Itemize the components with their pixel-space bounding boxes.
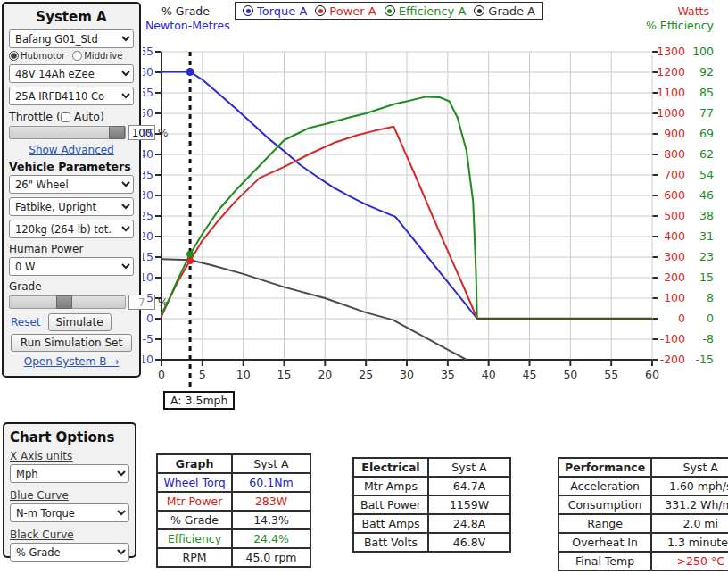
table-cell: Batt Power: [353, 495, 428, 514]
reset-link[interactable]: Reset: [11, 316, 41, 329]
left-tick-label: 20: [143, 229, 153, 243]
show-advanced-link[interactable]: Show Advanced: [9, 144, 134, 156]
efficiency-dot: [186, 251, 194, 258]
table-cell: Acceleration: [558, 477, 651, 495]
table-cell: Syst A: [428, 458, 510, 477]
table-row: Wheel Torq60.1Nm: [157, 473, 310, 492]
legend-item-efficiency[interactable]: Efficiency A: [385, 4, 467, 18]
watts-tick-label: 800: [664, 147, 685, 161]
x-axis-units-select[interactable]: Mph: [10, 464, 129, 483]
table-row: Batt Volts46.8V: [353, 533, 510, 552]
legend-item-torque[interactable]: Torque A: [243, 4, 307, 18]
x-tick-label: 50: [563, 368, 577, 381]
table-cell: Electrical: [353, 458, 428, 477]
throttle-label: Throttle ( Auto): [9, 110, 134, 123]
table-cell: Batt Volts: [353, 533, 428, 552]
system-a-panel: System A Bafang G01_Std Hubmotor Middriv…: [2, 2, 141, 378]
grade-label: Grade: [9, 280, 134, 293]
efficiency-tick-label: 31: [699, 229, 714, 243]
table-cell: Batt Amps: [353, 514, 428, 533]
middrive-radio[interactable]: Middrive: [72, 51, 122, 61]
grade-curve: [161, 259, 467, 360]
watts-tick-label: 100: [664, 291, 685, 304]
human-power-label: Human Power: [9, 243, 134, 255]
watts-tick-label: 1200: [657, 65, 685, 79]
table-row: Mtr Power283W: [157, 492, 310, 511]
watts-tick-label: 600: [664, 188, 685, 202]
watts-tick-label: 0: [678, 312, 685, 325]
table-cell: 1.60 mph/s: [651, 477, 728, 495]
simulate-button[interactable]: Simulate: [48, 313, 112, 331]
table-cell: Overheat In: [558, 533, 651, 552]
table-cell: Syst A: [232, 454, 310, 473]
table-row: Acceleration1.60 mph/s: [558, 477, 728, 495]
left-tick-label: 15: [143, 250, 153, 263]
weight-select[interactable]: 120kg (264 lb) tot.: [9, 220, 134, 238]
left-tick-label: 65: [143, 45, 153, 58]
watts-tick-label: -200: [660, 353, 685, 366]
x-tick-label: 35: [441, 368, 455, 381]
open-system-b-link[interactable]: Open System B →: [9, 355, 134, 368]
left-tick-label: 5: [146, 291, 153, 304]
x-tick-label: 45: [523, 368, 537, 381]
x-tick-label: 25: [359, 368, 373, 381]
blue-curve-select[interactable]: N-m Torque: [10, 503, 129, 522]
table-cell: 24.8A: [428, 514, 510, 533]
table-row: ElectricalSyst A: [353, 458, 510, 477]
middrive-radio-input[interactable]: [72, 51, 82, 61]
legend-item-power[interactable]: Power A: [315, 4, 376, 18]
left-tick-label: 35: [143, 168, 153, 181]
legend-label: Grade A: [488, 4, 535, 18]
left-tick-label: 40: [143, 147, 153, 161]
grade-radio-icon: [474, 5, 484, 16]
hubmotor-radio[interactable]: Hubmotor: [9, 51, 65, 61]
run-simulation-set-button[interactable]: Run Simulation Set: [11, 334, 132, 352]
table-cell: Efficiency: [157, 529, 232, 548]
blue-curve-label: Blue Curve: [10, 489, 129, 502]
watts-tick-label: 1000: [657, 106, 685, 120]
left-tick-label: 0: [146, 312, 153, 325]
left-tick-label: -10: [143, 353, 153, 366]
torque-radio-icon: [243, 5, 253, 16]
legend-label: Efficiency A: [399, 4, 467, 18]
power-radio-icon: [315, 5, 326, 16]
table-row: Range2.0 mi: [558, 514, 728, 533]
motor-select[interactable]: Bafang G01_Std: [9, 29, 134, 48]
table-cell: >250 °C: [651, 552, 728, 570]
battery-select[interactable]: 48V 14Ah eZee: [9, 64, 134, 83]
table-row: GraphSyst A: [157, 454, 310, 473]
x-tick-label: 55: [604, 368, 618, 381]
table-row: PerformanceSyst A: [558, 458, 728, 477]
throttle-slider[interactable]: [9, 126, 126, 139]
table-cell: 46.8V: [428, 533, 510, 552]
controller-select[interactable]: 25A IRFB4110 Co: [9, 87, 134, 105]
chart-legend: Torque APower AEfficiency AGrade A: [235, 2, 543, 20]
legend-label: Torque A: [257, 4, 307, 18]
table-row: Final Temp>250 °C: [558, 552, 728, 570]
table-row: % Grade14.3%: [157, 511, 310, 529]
grade-slider[interactable]: [9, 295, 126, 309]
efficiency-tick-label: 92: [699, 65, 714, 79]
legend-item-grade[interactable]: Grade A: [474, 4, 535, 18]
efficiency-tick-label: 54: [699, 168, 714, 181]
bike-type-select[interactable]: Fatbike, Upright: [9, 197, 134, 216]
efficiency-tick-label: 77: [699, 106, 714, 120]
simulation-chart[interactable]: 6513001006012009255110085501000774590069…: [143, 0, 728, 421]
power-dot: [186, 257, 194, 264]
watts-tick-label: 400: [664, 229, 685, 243]
table-cell: Mtr Amps: [353, 477, 428, 495]
watts-tick-label: 500: [664, 209, 685, 222]
left-axis-title-torque: Newton-Metres: [145, 19, 230, 32]
table-cell: Wheel Torq: [157, 473, 232, 492]
black-curve-select[interactable]: % Grade: [10, 543, 129, 562]
watts-tick-label: 1100: [657, 86, 685, 99]
performance-results-table: PerformanceSyst AAcceleration1.60 mph/sC…: [558, 457, 728, 571]
vehicle-parameters-heading: Vehicle Parameters: [9, 160, 134, 173]
x-tick-label: 10: [236, 368, 251, 381]
wheel-select[interactable]: 26" Wheel: [9, 175, 134, 194]
hubmotor-radio-input[interactable]: [9, 51, 19, 61]
human-power-select[interactable]: 0 W: [9, 257, 134, 276]
chart-options-panel: Chart Options X Axis units Mph Blue Curv…: [3, 422, 136, 558]
throttle-auto-checkbox[interactable]: [61, 112, 70, 122]
left-tick-label: 10: [143, 270, 153, 284]
